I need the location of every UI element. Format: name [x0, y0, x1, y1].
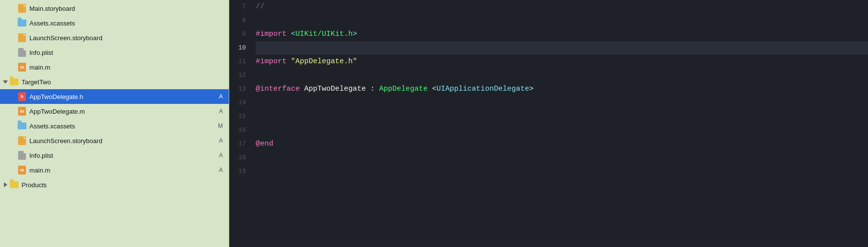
- xcassets-icon: [18, 122, 26, 130]
- line-num-8: 8: [229, 14, 246, 27]
- line-num-12: 12: [229, 69, 246, 82]
- line-num-18: 18: [229, 151, 246, 165]
- code-line-8: [256, 14, 868, 27]
- line-num-17: 17: [229, 137, 246, 151]
- file-badge: M: [218, 123, 223, 129]
- code-area[interactable]: 7 8 9 10 11 12 13 14 15 16 17 18 19 // #…: [229, 0, 868, 247]
- m-file-icon: m: [18, 107, 26, 116]
- file-name: Assets.xcassets: [29, 123, 75, 130]
- import-path-token: UIKit/UIKit.h: [295, 27, 353, 41]
- line-num-19: 19: [229, 165, 246, 178]
- h-file-icon: h: [18, 92, 26, 101]
- keyword-token: @end: [256, 137, 273, 151]
- bracket-token: <: [291, 27, 295, 41]
- code-line-15: [256, 110, 868, 124]
- folder-name: TargetTwo: [22, 78, 51, 86]
- m-file-icon: m: [18, 63, 26, 72]
- file-badge: A: [219, 167, 223, 173]
- file-badge: A: [219, 93, 223, 100]
- parent-class-token: AppDelegate: [379, 82, 432, 96]
- sidebar-item-assets-xcassets-2[interactable]: Assets.xcassets M: [0, 119, 229, 133]
- keyword-token: @interface: [256, 82, 304, 96]
- sidebar-item-target-two[interactable]: TargetTwo: [0, 74, 229, 89]
- bracket-token: >: [353, 27, 357, 41]
- code-line-19: [256, 165, 868, 178]
- folder-icon: [10, 180, 19, 189]
- file-name: AppTwoDelegate.h: [29, 93, 83, 100]
- sidebar-item-info-plist[interactable]: Info.plist: [0, 45, 229, 60]
- sidebar-item-products[interactable]: Products: [0, 177, 229, 192]
- code-line-17: @end: [256, 137, 868, 151]
- sidebar-item-info-plist-2[interactable]: Info.plist A: [0, 148, 229, 163]
- code-line-12: [256, 69, 868, 82]
- line-num-10: 10: [229, 41, 246, 55]
- file-badge: A: [219, 108, 223, 115]
- code-line-7: //: [256, 0, 868, 14]
- line-num-14: 14: [229, 96, 246, 110]
- file-name: main.m: [29, 167, 50, 174]
- class-name-token: AppTwoDelegate :: [304, 82, 379, 96]
- folder-name: Products: [22, 181, 47, 189]
- file-list: Main.storyboard Assets.xcassets LaunchSc…: [0, 0, 229, 247]
- line-num-11: 11: [229, 55, 246, 69]
- code-content: // #import <UIKit/UIKit.h> #import "AppD…: [254, 0, 868, 247]
- sidebar-item-assets-xcassets[interactable]: Assets.xcassets: [0, 16, 229, 30]
- protocol-token: UIApplicationDelegate: [436, 82, 529, 96]
- line-num-16: 16: [229, 124, 246, 137]
- line-num-9: 9: [229, 27, 246, 41]
- file-name: Info.plist: [29, 49, 53, 56]
- line-numbers: 7 8 9 10 11 12 13 14 15 16 17 18 19: [229, 0, 254, 247]
- file-name: Info.plist: [29, 152, 53, 159]
- storyboard-icon: [18, 136, 26, 145]
- storyboard-icon: [18, 4, 26, 13]
- line-num-15: 15: [229, 110, 246, 124]
- sidebar-item-launchscreen-2[interactable]: LaunchScreen.storyboard A: [0, 133, 229, 148]
- preprocessor-token: #import: [256, 27, 291, 41]
- code-line-14: [256, 96, 868, 110]
- comment-token: //: [256, 0, 265, 14]
- string-token: "AppDelegate.h": [291, 55, 357, 69]
- file-name: Main.storyboard: [29, 5, 75, 12]
- plist-icon: [18, 48, 26, 57]
- folder-icon: [10, 77, 19, 86]
- triangle-icon: [3, 182, 8, 187]
- sidebar-item-main-m-2[interactable]: m main.m A: [0, 163, 229, 177]
- file-name: Assets.xcassets: [29, 20, 75, 27]
- file-name: LaunchScreen.storyboard: [29, 137, 102, 145]
- sidebar-item-launchscreen[interactable]: LaunchScreen.storyboard: [0, 30, 229, 45]
- code-editor: 7 8 9 10 11 12 13 14 15 16 17 18 19 // #…: [229, 0, 868, 247]
- file-name: LaunchScreen.storyboard: [29, 34, 102, 42]
- bracket-open: <: [432, 82, 436, 96]
- code-line-16: [256, 124, 868, 137]
- code-line-18: [256, 151, 868, 165]
- bracket-close: >: [529, 82, 533, 96]
- file-name: AppTwoDelegate.m: [29, 108, 85, 115]
- sidebar-item-main-storyboard[interactable]: Main.storyboard: [0, 1, 229, 16]
- code-line-9: #import <UIKit/UIKit.h>: [256, 27, 868, 41]
- plist-icon: [18, 151, 26, 160]
- line-num-13: 13: [229, 82, 246, 96]
- sidebar: Main.storyboard Assets.xcassets LaunchSc…: [0, 0, 229, 247]
- code-line-10: [256, 41, 868, 55]
- triangle-icon: [3, 79, 8, 84]
- file-badge: A: [219, 137, 223, 144]
- preprocessor-token: #import: [256, 55, 291, 69]
- xcassets-icon: [18, 19, 26, 27]
- line-num-7: 7: [229, 0, 246, 14]
- sidebar-item-apptwodelegate-h[interactable]: h AppTwoDelegate.h A: [0, 89, 229, 104]
- sidebar-item-main-m[interactable]: m main.m: [0, 60, 229, 74]
- storyboard-icon: [18, 33, 26, 42]
- sidebar-item-apptwodelegate-m[interactable]: m AppTwoDelegate.m A: [0, 104, 229, 119]
- code-line-13: @interface AppTwoDelegate : AppDelegate …: [256, 82, 868, 96]
- m-file-icon: m: [18, 166, 26, 174]
- file-name: main.m: [29, 64, 50, 71]
- code-line-11: #import "AppDelegate.h": [256, 55, 868, 69]
- file-badge: A: [219, 152, 223, 159]
